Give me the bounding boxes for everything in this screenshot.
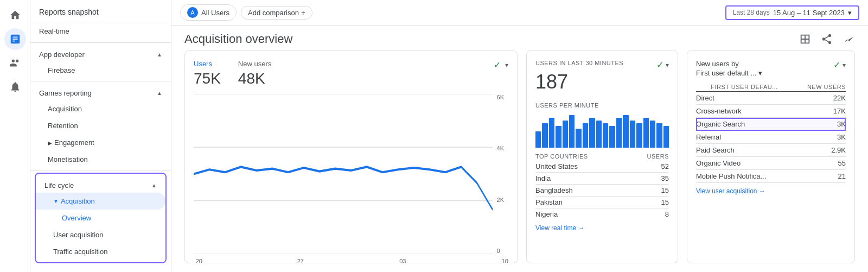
nu-row: Direct22K [696,92,846,105]
date-range-label: Last 28 days [733,9,770,16]
country-name: India [535,173,629,185]
notifications-nav-item[interactable] [4,76,26,98]
new-users-card: New users by First user default ... ▾ ✓ … [687,50,855,263]
nu-channel: Cross-network [696,105,793,118]
nu-row: Organic Video55 [696,157,846,170]
bar-mini [563,121,568,148]
user-acquisition-nav-item[interactable]: User acquisition [36,226,165,243]
analytics-nav-item[interactable] [4,28,26,50]
nu-users: 22K [793,92,846,105]
y-label-4k: 4K [497,145,504,151]
sparkline-icon[interactable] [842,33,855,46]
view-user-acquisition-link[interactable]: View user acquisition → [696,187,846,195]
nu-channel: Mobile Push Notifica... [696,170,793,183]
y-label-2k: 2K [497,197,504,203]
lifecycle-acquisition-label: Acquisition [61,197,95,205]
y-axis-labels: 6K 4K 2K 0 [497,94,504,254]
line-chart-svg [194,94,508,254]
rt-sub-label: USERS PER MINUTE [535,102,669,109]
main-chart-card: Users 75K New users 48K ✓ ▾ [184,50,518,263]
x-label-10: 10 [502,258,508,263]
users-metric: Users 75K [194,60,221,87]
nu-check-icon: ✓ [833,60,840,70]
date-range-button[interactable]: Last 28 days 15 Aug – 11 Sept 2023 ▾ [725,5,859,20]
all-users-chip[interactable]: A All Users [180,4,237,21]
country-users: 35 [629,173,669,185]
main-content: A All Users Add comparison + Last 28 day… [171,0,868,272]
nu-channel: Paid Search [696,144,793,157]
users-per-minute-chart [535,115,669,148]
nu-users: 21 [793,170,846,183]
metric-dropdown[interactable]: ▾ [505,61,508,69]
date-range-dropdown-icon: ▾ [848,9,852,17]
nu-users: 55 [793,157,846,170]
share-icon[interactable] [820,33,833,46]
realtime-card: USERS IN LAST 30 MINUTES ✓ ▾ 187 USERS P… [526,50,678,263]
games-engagement-nav-item[interactable]: ▶Engagement [30,134,171,151]
firebase-nav-item[interactable]: Firebase [30,62,171,79]
country-row: India35 [535,173,669,185]
bar-mini [643,118,649,148]
x-label-03-sept: 03Sept [397,258,409,263]
add-icon: + [301,9,305,17]
bar-mini [569,115,575,148]
app-developer-section[interactable]: App developer ▲ [30,45,171,62]
nu-row: Referral3K [696,131,846,144]
nu-dropdown[interactable]: ▾ [843,61,846,69]
bar-mini [535,131,541,148]
add-comparison-button[interactable]: Add comparison + [241,6,312,20]
games-reporting-section[interactable]: Games reporting ▲ [30,84,171,100]
nu-col1-header: FIRST USER DEFAU... [696,83,793,92]
traffic-acquisition-nav-item[interactable]: Traffic acquisition [36,243,165,260]
bar-mini [603,123,608,148]
nu-dropdown-arrow[interactable]: ▾ [758,69,762,77]
audiences-nav-item[interactable] [4,52,26,74]
users-value: 75K [194,70,221,87]
cards-grid: Users 75K New users 48K ✓ ▾ [171,50,868,272]
bar-mini [650,121,655,148]
x-axis-labels: 20Aug 27 03Sept 10 [194,256,508,263]
country-row: Nigeria8 [535,208,669,220]
new-users-table: FIRST USER DEFAU... NEW USERS Direct22KC… [696,83,846,183]
nu-row: Cross-network17K [696,105,846,118]
new-users-value: 48K [238,70,271,87]
chart-controls: ✓ ▾ [494,60,508,70]
nu-card-header: New users by First user default ... ▾ ✓ … [696,60,846,81]
rt-dropdown[interactable]: ▾ [666,61,669,69]
games-acquisition-nav-item[interactable]: Acquisition [30,100,171,117]
table-view-icon[interactable] [799,33,812,46]
check-icon: ✓ [494,60,501,70]
nu-row: Paid Search2.9K [696,144,846,157]
date-range-value: 15 Aug – 11 Sept 2023 [773,9,845,17]
chart-card-header: Users 75K New users 48K ✓ ▾ [194,60,508,92]
realtime-nav-item[interactable]: Real-time [30,22,171,40]
nu-subtitle-text: First user default ... [696,69,756,77]
new-users-metric: New users 48K [238,60,271,87]
nu-subtitle: First user default ... ▾ [696,69,762,77]
games-retention-nav-item[interactable]: Retention [30,117,171,134]
games-monetisation-nav-item[interactable]: Monetisation [30,151,171,168]
nav-divider-2 [30,81,171,81]
country-row: Bangladesh15 [535,185,669,197]
rt-top-label: USERS IN LAST 30 MINUTES [535,60,623,66]
bar-mini [596,121,602,148]
nav-divider-3 [30,170,171,170]
rt-value: 187 [535,71,669,93]
reports-snapshot-link[interactable]: Reports snapshot [30,0,171,22]
nu-users: 3K [793,131,846,144]
nu-channel: Organic Video [696,157,793,170]
lifecycle-acquisition-nav-item[interactable]: ▼ Acquisition [36,193,165,210]
nu-col2-header: NEW USERS [793,83,846,92]
x-label-27: 27 [297,258,304,263]
bar-mini [656,123,662,148]
nu-channel: Direct [696,92,793,105]
lifecycle-section[interactable]: Life cycle ▲ [36,176,165,193]
rt-card-header: USERS IN LAST 30 MINUTES ✓ ▾ [535,60,669,71]
overview-nav-item[interactable]: Overview [36,210,165,226]
view-realtime-link[interactable]: View real time → [535,224,669,232]
add-comparison-label: Add comparison [248,9,299,17]
lifecycle-label: Life cycle [44,181,74,189]
rt-controls: ✓ ▾ [656,60,669,70]
bar-mini [609,126,615,148]
home-nav-item[interactable] [4,4,26,26]
